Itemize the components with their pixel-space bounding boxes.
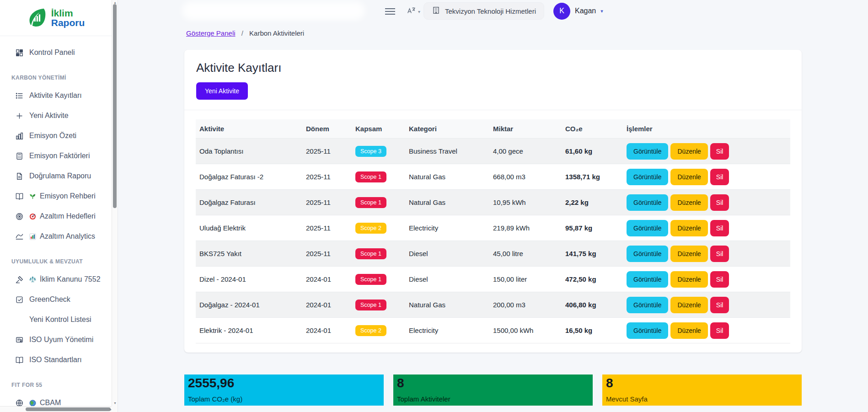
sidebar-item-emisyon-zeti[interactable]: Emisyon Özeti (0, 126, 112, 146)
delete-button[interactable]: Sil (710, 322, 729, 339)
delete-button[interactable]: Sil (710, 297, 729, 313)
translate-icon (406, 6, 416, 17)
delete-button[interactable]: Sil (710, 246, 729, 262)
dashboard-icon (15, 48, 24, 57)
table-row: Oda Toplantısı2025-11Scope 3Business Tra… (196, 139, 790, 164)
breadcrumb-current: Karbon Aktiviteleri (249, 29, 304, 37)
chevron-down-icon: ▾ (600, 8, 603, 14)
sidebar-item-label: Yeni Kontrol Listesi (29, 316, 91, 324)
delete-button[interactable]: Sil (710, 194, 729, 211)
scope-badge: Scope 1 (355, 274, 386, 285)
activities-card: Aktivite Kayıtları Yeni Aktivite Aktivit… (184, 50, 802, 353)
table-row: Elektrik - 2024-012024-01Scope 2Electric… (196, 318, 790, 343)
user-menu[interactable]: K Kagan ▾ (553, 2, 603, 20)
sidebar-item-label: İklim Kanunu 7552 (40, 275, 101, 284)
new-activity-button[interactable]: Yeni Aktivite (196, 82, 248, 100)
sidebar-item-greencheck[interactable]: GreenCheck (0, 289, 112, 310)
vertical-scrollbar-thumb[interactable] (113, 4, 117, 208)
view-button[interactable]: Görüntüle (627, 169, 668, 185)
sidebar-item-label: Azaltım Analytics (40, 232, 95, 241)
row-actions: GörüntüleDüzenleSil (627, 246, 785, 262)
certificate-icon (15, 336, 24, 344)
row-actions: GörüntüleDüzenleSil (627, 194, 785, 211)
scope-badge: Scope 1 (355, 300, 386, 310)
edit-button[interactable]: Düzenle (670, 271, 707, 288)
plus-icon (15, 112, 24, 120)
edit-button[interactable]: Düzenle (670, 246, 707, 262)
breadcrumb-separator: / (241, 29, 243, 37)
scroll-down-arrow-icon[interactable]: ▾ (112, 401, 118, 406)
stat-card-toplam-co-e-kg: 2555,96Toplam CO₂e (kg) (184, 375, 384, 406)
sidebar-item-aktivite-kay-tlar[interactable]: Aktivite Kayıtları (0, 86, 112, 106)
delete-button[interactable]: Sil (710, 169, 729, 185)
brand-name-line2: Raporu (51, 18, 85, 27)
view-button[interactable]: Görüntüle (627, 246, 668, 262)
view-button[interactable]: Görüntüle (627, 297, 668, 313)
delete-button[interactable]: Sil (710, 271, 729, 288)
cell-kategori: Electricity (405, 318, 489, 343)
row-actions: GörüntüleDüzenleSil (627, 297, 785, 313)
edit-button[interactable]: Düzenle (670, 169, 707, 185)
breadcrumb-link-dashboard[interactable]: Gösterge Paneli (186, 29, 236, 37)
sidebar-item-label: Azaltım Hedefleri (40, 212, 96, 220)
edit-button[interactable]: Düzenle (670, 297, 707, 313)
table-row: Uludağ Elektrik2025-11Scope 2Electricity… (196, 215, 790, 241)
cell-miktar: 1500,00 kWh (489, 318, 562, 343)
edit-button[interactable]: Düzenle (670, 194, 707, 211)
stat-value: 2555,96 (188, 376, 380, 391)
table-header-row: AktiviteDönemKapsamKategoriMiktarCO₂eİşl… (196, 119, 790, 139)
horizontal-scrollbar-thumb[interactable] (26, 407, 111, 411)
delete-button[interactable]: Sil (710, 220, 729, 236)
table-row: Dizel - 2024-012024-01Scope 1Diesel150,0… (196, 267, 790, 292)
column-header-i-lemler: İşlemler (623, 119, 790, 139)
emoji-icon (29, 400, 36, 407)
language-selector[interactable]: ▾ (403, 5, 423, 18)
sidebar-item-azalt-m-analytics[interactable]: Azaltım Analytics (0, 226, 112, 246)
cell-donem: 2024-01 (302, 292, 352, 318)
sidebar-item-do-rulama-raporu[interactable]: Doğrulama Raporu (0, 166, 112, 186)
company-selector-button[interactable]: Tekvizyon Teknoloji Hizmetleri (423, 2, 544, 20)
cell-miktar: 668,00 m3 (489, 164, 562, 190)
view-button[interactable]: Görüntüle (627, 194, 668, 211)
view-button[interactable]: Görüntüle (627, 271, 668, 288)
stat-card-toplam-aktiviteler: 8Toplam Aktiviteler (393, 375, 593, 406)
emoji-icon (29, 193, 36, 200)
cell-kapsam: Scope 3 (352, 139, 405, 164)
list-icon (15, 91, 24, 100)
calculator-icon (15, 152, 24, 161)
edit-button[interactable]: Düzenle (670, 220, 707, 236)
building-icon (432, 6, 440, 16)
cell-aktivite: Uludağ Elektrik (196, 215, 302, 241)
table-row: Doğalgaz Faturası -22025-11Scope 1Natura… (196, 164, 790, 190)
cell-islemler: GörüntüleDüzenleSil (623, 164, 790, 190)
sidebar-horizontal-scrollbar[interactable]: ▸ (0, 406, 112, 412)
sidebar-item-iso-standartlar[interactable]: ISO Standartları (0, 350, 112, 370)
cell-kategori: Diesel (405, 241, 489, 267)
sidebar-section-fit-for-55: FIT FOR 55 (0, 370, 112, 393)
view-button[interactable]: Görüntüle (627, 143, 668, 160)
sidebar-vertical-scrollbar[interactable]: ▴ ▾ (112, 0, 118, 406)
card-header: Aktivite Kayıtları Yeni Aktivite (184, 50, 802, 110)
delete-button[interactable]: Sil (710, 143, 729, 160)
sidebar-item-iso-uyum-y-netimi[interactable]: ISO Uyum Yönetimi (0, 330, 112, 350)
sidebar-item-emisyon-fakt-rleri[interactable]: Emisyon Faktörleri (0, 146, 112, 166)
row-actions: GörüntüleDüzenleSil (627, 271, 785, 288)
sidebar-item-yeni-aktivite[interactable]: Yeni Aktivite (0, 106, 112, 126)
view-button[interactable]: Görüntüle (627, 322, 668, 339)
cell-co2e: 61,60 kg (562, 139, 623, 164)
sidebar-item-emisyon-rehberi[interactable]: Emisyon Rehberi (0, 186, 112, 206)
sidebar-item-i-klim-kanunu-7552[interactable]: İklim Kanunu 7552 (0, 269, 112, 289)
sidebar-item-kontrol-paneli[interactable]: Kontrol Paneli (0, 43, 112, 63)
scope-badge: Scope 1 (355, 197, 386, 208)
cell-co2e: 141,75 kg (562, 241, 623, 267)
view-button[interactable]: Görüntüle (627, 220, 668, 236)
edit-button[interactable]: Düzenle (670, 143, 707, 160)
cell-co2e: 16,50 kg (562, 318, 623, 343)
edit-button[interactable]: Düzenle (670, 322, 707, 339)
brand-logo[interactable]: İklim Raporu (0, 0, 112, 36)
cell-kategori: Business Travel (405, 139, 489, 164)
sidebar-item-azalt-m-hedefleri[interactable]: Azaltım Hedefleri (0, 206, 112, 226)
sidebar-item-yeni-kontrol-listesi[interactable]: Yeni Kontrol Listesi (0, 310, 112, 330)
menu-toggle-button[interactable] (383, 5, 397, 19)
cell-islemler: GörüntüleDüzenleSil (623, 292, 790, 318)
